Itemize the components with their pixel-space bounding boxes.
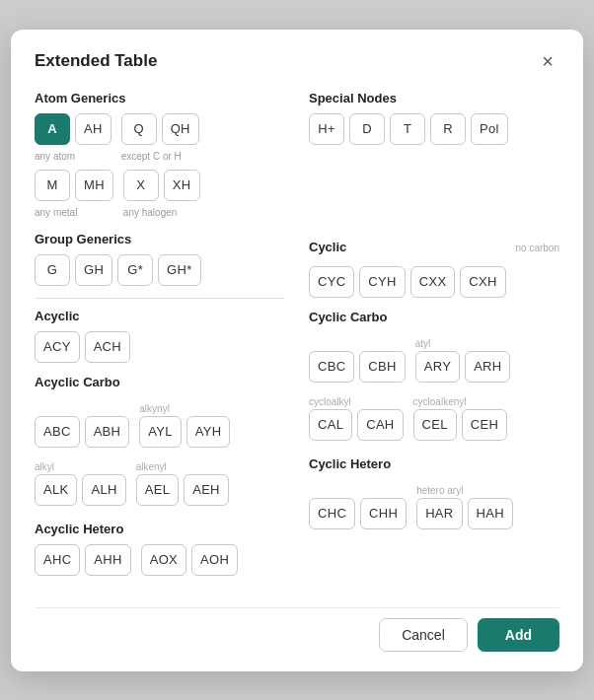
btn-AEL[interactable]: AEL	[136, 474, 179, 506]
dialog-title: Extended Table	[35, 51, 157, 71]
btn-GH[interactable]: GH	[75, 254, 112, 286]
atom-generics-group4: X XH any halogen	[123, 170, 200, 220]
cyclic-hetero-buttons1: CHC CHH	[309, 498, 407, 529]
right-spacer	[309, 157, 559, 240]
btn-CXX[interactable]: CXX	[410, 266, 456, 298]
btn-GHstar[interactable]: GH*	[158, 254, 200, 286]
alkenyl-label: alkenyl	[136, 461, 229, 472]
btn-ACY[interactable]: ACY	[35, 331, 80, 363]
cyclic-hetero-group2: hetero aryl HAR HAH	[416, 479, 513, 533]
atom-generics-group1: A AH any atom	[35, 113, 111, 164]
cyclic-carbo-group2: atyl ARY ARH	[415, 332, 511, 386]
cyclic-hetero-buttons2: HAR HAH	[416, 498, 513, 529]
group-generics-title: Group Generics	[35, 232, 285, 246]
btn-Q[interactable]: Q	[121, 113, 157, 145]
btn-ABC[interactable]: ABC	[35, 416, 80, 448]
btn-CEH[interactable]: CEH	[462, 409, 507, 441]
atom-generics-row2: Q QH	[121, 113, 199, 145]
cancel-button[interactable]: Cancel	[379, 618, 468, 652]
label-any-halogen: any halogen	[123, 207, 200, 218]
btn-CBH[interactable]: CBH	[359, 351, 405, 383]
atom-generics-group3: M MH any metal	[35, 170, 113, 220]
special-nodes-section: Special Nodes H+ D T R Pol	[309, 91, 559, 145]
atom-generics-title: Atom Generics	[35, 91, 285, 105]
btn-AOX[interactable]: AOX	[141, 544, 186, 576]
acyclic-hetero-buttons2: AOX AOH	[141, 544, 238, 576]
acyclic-buttons: ACY ACH	[35, 331, 285, 363]
close-button[interactable]: ×	[536, 49, 559, 73]
atom-generics-row1: A AH	[35, 113, 111, 145]
btn-A[interactable]: A	[35, 113, 70, 145]
cyclic-title: Cyclic	[309, 240, 346, 254]
label-except-c-or-h: except C or H	[121, 151, 199, 162]
btn-ALH[interactable]: ALH	[82, 474, 125, 506]
acyclic-title: Acyclic	[35, 309, 285, 323]
btn-D[interactable]: D	[349, 113, 385, 145]
cyclic-buttons: CYC CYH CXX CXH	[309, 266, 559, 298]
cyclic-hetero-title: Cyclic Hetero	[309, 456, 559, 471]
btn-M[interactable]: M	[35, 170, 70, 201]
btn-CEL[interactable]: CEL	[413, 409, 457, 441]
btn-AEH[interactable]: AEH	[184, 474, 229, 506]
btn-AOH[interactable]: AOH	[191, 544, 238, 576]
content-area: Atom Generics A AH any atom Q QH	[35, 91, 559, 592]
cyclic-hetero-section: Cyclic Hetero CHC CHH hetero aryl HAR HA…	[309, 456, 559, 533]
btn-CHC[interactable]: CHC	[309, 498, 355, 529]
btn-R[interactable]: R	[430, 113, 466, 145]
btn-MH[interactable]: MH	[75, 170, 113, 201]
atom-generics-group2: Q QH except C or H	[121, 113, 199, 164]
btn-CYC[interactable]: CYC	[309, 266, 354, 298]
cyclic-carbo-group4: cycloalkenyl CEL CEH	[413, 390, 508, 445]
btn-Pol[interactable]: Pol	[471, 113, 508, 145]
cyclic-carbo-buttons1: CBC CBH	[309, 351, 406, 383]
btn-HAH[interactable]: HAH	[468, 498, 513, 529]
acyclic-carbo-buttons2: AYL AYH	[139, 416, 230, 448]
btn-CHH[interactable]: CHH	[360, 498, 407, 529]
btn-QH[interactable]: QH	[162, 113, 199, 145]
acyclic-hetero-buttons1: AHC AHH	[35, 544, 131, 576]
cyclic-carbo-group1: CBC CBH	[309, 351, 406, 386]
acyclic-section: Acyclic ACY ACH	[35, 309, 285, 363]
cycloalkenyl-label: cycloalkenyl	[413, 396, 508, 407]
no-carbon-label: no carbon	[516, 243, 559, 253]
group-generics-section: Group Generics G GH G* GH*	[35, 232, 285, 286]
btn-ACH[interactable]: ACH	[85, 331, 130, 363]
extended-table-dialog: Extended Table × Atom Generics A AH any …	[11, 30, 583, 671]
btn-CYH[interactable]: CYH	[359, 266, 405, 298]
acyclic-carbo-buttons1: ABC ABH	[35, 416, 129, 448]
cyclic-carbo-section: Cyclic Carbo CBC CBH atyl ARY ARH	[309, 310, 559, 445]
btn-ALK[interactable]: ALK	[35, 474, 77, 506]
atom-generics-row3: M MH	[35, 170, 113, 201]
btn-ARH[interactable]: ARH	[465, 351, 510, 383]
hetero-aryl-label: hetero aryl	[416, 485, 513, 496]
group-generics-buttons: G GH G* GH*	[35, 254, 285, 286]
acyclic-carbo-title: Acyclic Carbo	[35, 375, 285, 389]
btn-CBC[interactable]: CBC	[309, 351, 354, 383]
btn-T[interactable]: T	[390, 113, 425, 145]
btn-AHH[interactable]: AHH	[85, 544, 130, 576]
acyclic-carbo-buttons4: AEL AEH	[136, 474, 229, 506]
btn-XH[interactable]: XH	[164, 170, 200, 201]
dialog-footer: Cancel Add	[35, 607, 559, 652]
btn-Hplus[interactable]: H+	[309, 113, 344, 145]
atom-generics-row4: X XH	[123, 170, 200, 201]
cyclic-carbo-title: Cyclic Carbo	[309, 310, 559, 324]
btn-CAL[interactable]: CAL	[309, 409, 352, 441]
cyclic-carbo-buttons2: ARY ARH	[415, 351, 511, 383]
btn-X[interactable]: X	[123, 170, 159, 201]
btn-AYL[interactable]: AYL	[139, 416, 182, 448]
btn-HAR[interactable]: HAR	[416, 498, 462, 529]
btn-CAH[interactable]: CAH	[357, 409, 403, 441]
add-button[interactable]: Add	[478, 618, 559, 652]
btn-G[interactable]: G	[35, 254, 70, 286]
btn-AHC[interactable]: AHC	[35, 544, 80, 576]
btn-Gstar[interactable]: G*	[117, 254, 153, 286]
btn-AH[interactable]: AH	[75, 113, 111, 145]
acyclic-carbo-group4: alkenyl AEL AEH	[136, 455, 229, 510]
btn-CXH[interactable]: CXH	[460, 266, 505, 298]
acyclic-carbo-buttons3: ALK ALH	[35, 474, 126, 506]
divider	[35, 298, 285, 299]
btn-AYH[interactable]: AYH	[186, 416, 231, 448]
btn-ARY[interactable]: ARY	[415, 351, 460, 383]
btn-ABH[interactable]: ABH	[85, 416, 130, 448]
